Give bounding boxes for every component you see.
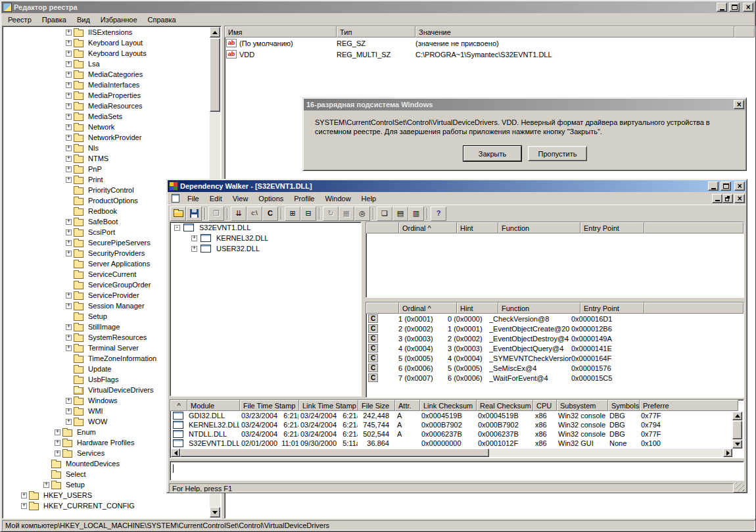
auto-expand-button[interactable]: ⇊ <box>231 206 247 221</box>
open-button[interactable] <box>170 206 186 221</box>
depwalker-titlebar[interactable]: Dependency Walker - [S32EVNT1.DLL] × <box>168 180 746 192</box>
tree-expand-toggle[interactable]: + <box>66 72 72 78</box>
close-app-button[interactable]: Закрыть <box>463 146 521 161</box>
tree-expand-toggle[interactable]: + <box>21 493 27 498</box>
registry-tree-item[interactable]: + Nls <box>3 143 210 153</box>
regedit-titlebar[interactable]: Редактор реестра × <box>1 1 755 13</box>
tree-expand-toggle[interactable]: + <box>66 177 72 183</box>
column-header-type[interactable]: Тип <box>337 26 415 37</box>
menu-item[interactable]: Вид <box>72 14 95 25</box>
export-function-row[interactable]: C 1 (0x0001) 0 (0x0000) _CheckVersion@8 … <box>366 314 744 324</box>
column-header-cpu[interactable]: CPU <box>533 400 557 411</box>
dependency-tree-item[interactable]: + KERNEL32.DLL <box>170 233 361 243</box>
export-function-row[interactable]: C 4 (0x0004) 3 (0x0003) _EventObjectQuer… <box>366 343 744 353</box>
tree-expand-toggle[interactable]: + <box>55 440 60 446</box>
menu-item[interactable]: Profile <box>289 193 319 204</box>
registry-tree-item[interactable]: + Network <box>3 122 210 132</box>
dialog-titlebar[interactable]: 16-разрядная подсистема Windows × <box>304 99 745 110</box>
column-header-function[interactable]: Function <box>498 222 580 233</box>
tree-expand-toggle[interactable]: + <box>66 93 72 99</box>
registry-value-row[interactable]: ab (По умолчанию) REG_SZ (значение не пр… <box>225 37 755 49</box>
column-header-link-checksum[interactable]: Link Checksum <box>420 400 477 411</box>
menu-item[interactable]: Справка <box>143 14 181 25</box>
column-header-file-size[interactable]: File Size <box>358 400 395 411</box>
registry-tree-item[interactable]: + PnP <box>3 164 210 174</box>
registry-tree-item[interactable]: + HKEY_CURRENT_CONFIG <box>3 500 210 511</box>
tree-expand-toggle[interactable]: + <box>43 482 49 488</box>
cascade-windows-button[interactable]: ❏ <box>377 206 392 221</box>
registry-tree-item[interactable]: + NetworkProvider <box>3 132 210 143</box>
column-header-module[interactable]: Module <box>187 400 240 411</box>
copy-button[interactable]: ❐ <box>208 206 224 221</box>
tree-expand-toggle[interactable]: + <box>66 114 72 120</box>
scroll-thumb[interactable] <box>210 38 220 112</box>
export-function-row[interactable]: C 7 (0x0007) 6 (0x0006) _WaitForEvent@4 … <box>366 373 744 383</box>
column-header-name[interactable]: Имя <box>225 26 337 37</box>
scroll-thumb[interactable] <box>732 421 742 439</box>
menu-item[interactable]: View <box>227 193 254 204</box>
export-function-row[interactable]: C 2 (0x0002) 1 (0x0001) _EventObjectCrea… <box>366 324 744 333</box>
dw-close-button[interactable]: × <box>734 181 745 191</box>
dependency-tree-item[interactable]: - S32EVNT1.DLL <box>170 222 361 233</box>
menu-item[interactable]: Реестр <box>3 14 37 25</box>
search-button[interactable]: ◎ <box>354 206 370 221</box>
scroll-thumb[interactable] <box>180 448 489 457</box>
registry-tree-item[interactable]: + Lsa <box>3 59 210 69</box>
column-header-function[interactable]: Function <box>498 302 580 314</box>
column-header-hint[interactable]: Hint <box>457 302 498 314</box>
tree-expand-toggle[interactable]: + <box>66 40 72 46</box>
tile-vertical-button[interactable]: ▥ <box>408 206 424 221</box>
registry-tree-item[interactable]: + Keyboard Layouts <box>3 48 210 59</box>
full-paths-button[interactable]: c:\ <box>247 206 262 221</box>
resize-grip[interactable] <box>736 483 744 491</box>
menu-item[interactable]: Edit <box>204 193 227 204</box>
registry-tree-item[interactable]: + IISExtensions <box>3 27 210 37</box>
tree-expand-toggle[interactable]: + <box>66 103 72 109</box>
external-viewer-button[interactable]: ▦ <box>339 206 354 221</box>
help-button[interactable]: ? <box>431 206 446 221</box>
tree-expand-toggle[interactable]: + <box>66 230 72 235</box>
registry-tree-item[interactable]: + MediaSets <box>3 111 210 122</box>
refresh-button[interactable]: ↻ <box>323 206 339 221</box>
tree-expand-toggle[interactable]: + <box>66 166 72 172</box>
expand-all-button[interactable]: ⊞ <box>285 206 300 221</box>
column-header-ordinal[interactable]: Ordinal ^ <box>399 302 457 314</box>
menu-item[interactable]: Избранное <box>95 14 143 25</box>
registry-tree-item[interactable]: + MediaInterfaces <box>3 80 210 90</box>
save-button[interactable] <box>186 206 202 221</box>
column-header-sort[interactable]: ^ <box>170 400 187 411</box>
tree-expand-toggle[interactable]: + <box>66 156 72 162</box>
registry-tree-item[interactable]: + NTMS <box>3 153 210 164</box>
column-header-ordinal[interactable]: Ordinal ^ <box>399 222 457 233</box>
scroll-up-button[interactable] <box>210 27 220 37</box>
tree-expand-toggle[interactable]: + <box>66 345 72 351</box>
dw-maximize-button[interactable] <box>721 181 731 191</box>
column-header-entrypoint[interactable]: Entry Point <box>580 222 644 233</box>
tree-expand-toggle[interactable]: + <box>66 51 72 57</box>
column-header-symbols[interactable]: Symbols <box>608 400 640 411</box>
tree-expand-toggle[interactable]: + <box>191 235 197 241</box>
log-pane[interactable] <box>170 461 744 481</box>
scroll-left-button[interactable] <box>171 448 180 457</box>
tree-expand-toggle[interactable]: + <box>66 124 72 130</box>
tree-expand-toggle[interactable]: + <box>66 251 72 256</box>
module-row[interactable]: S32EVNT1.DLL 02/01/2000 11:01a 09/30/200… <box>170 439 744 448</box>
dialog-close-button[interactable]: × <box>734 100 744 109</box>
column-header-attr[interactable]: Attr. <box>395 400 420 411</box>
column-header-file-timestamp[interactable]: File Time Stamp <box>240 400 299 411</box>
registry-tree-item[interactable]: + MediaResources <box>3 101 210 111</box>
module-horizontal-scrollbar[interactable] <box>171 448 732 457</box>
registry-tree-item[interactable]: + Keyboard Layout <box>3 37 210 48</box>
scroll-right-button[interactable] <box>723 448 732 457</box>
tree-expand-toggle[interactable]: + <box>66 145 72 151</box>
menu-item[interactable]: File <box>182 193 204 204</box>
export-function-row[interactable]: C 3 (0x0003) 2 (0x0002) _EventObjectDest… <box>366 333 744 343</box>
tree-expand-toggle[interactable]: + <box>21 503 27 509</box>
tree-expand-toggle[interactable]: + <box>66 335 72 341</box>
tree-expand-toggle[interactable]: + <box>66 240 72 246</box>
module-row[interactable]: GDI32.DLL 03/23/2004 6:21p 03/24/2004 6:… <box>170 411 744 420</box>
tree-expand-toggle[interactable]: + <box>66 293 72 299</box>
column-header-real-checksum[interactable]: Real Checksum <box>477 400 533 411</box>
tree-expand-toggle[interactable]: + <box>66 82 72 88</box>
mdi-child-icon[interactable] <box>172 194 179 203</box>
